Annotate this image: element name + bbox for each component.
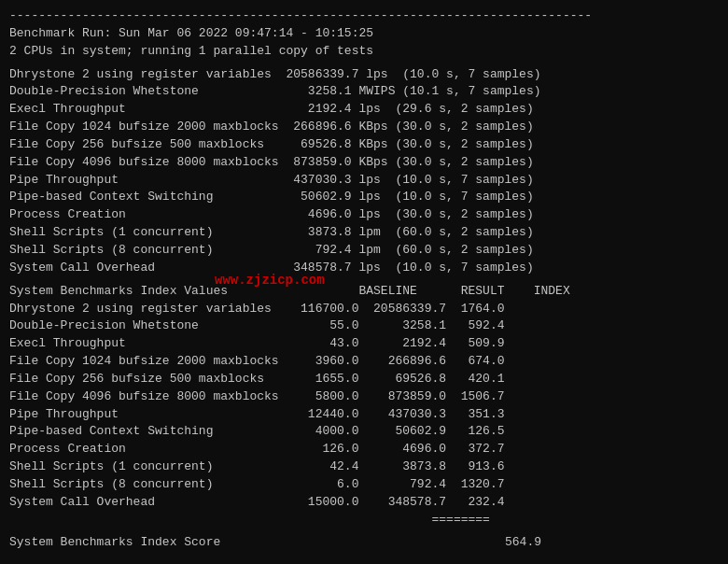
table-data-row: Process Creation 126.0 4696.0 372.7 — [9, 441, 719, 458]
benchmark-row: Process Creation 4696.0 lps (30.0 s, 2 s… — [9, 206, 719, 224]
terminal: ----------------------------------------… — [9, 7, 719, 552]
header-line1: Benchmark Run: Sun Mar 06 2022 09:47:14 … — [9, 25, 719, 43]
table-data-row: Double-Precision Whetstone 55.0 3258.1 5… — [9, 317, 719, 335]
table-data-row: File Copy 256 bufsize 500 maxblocks 1655… — [9, 371, 719, 388]
table-header-text: System Benchmarks Index Values BASELINE … — [9, 283, 719, 301]
benchmark-row: Pipe Throughput 437030.3 lps (10.0 s, 7 … — [9, 172, 719, 190]
equals-line: ======== — [9, 512, 719, 529]
benchmark-row: Shell Scripts (1 concurrent) 3873.8 lpm … — [9, 224, 719, 242]
benchmark-rows: Dhrystone 2 using register variables 205… — [9, 66, 719, 277]
table-data-row: Pipe Throughput 12440.0 437030.3 351.3 — [9, 406, 719, 424]
separator-top: ----------------------------------------… — [9, 7, 719, 25]
table-data-row: Shell Scripts (1 concurrent) 42.4 3873.8… — [9, 458, 719, 476]
benchmark-row: Dhrystone 2 using register variables 205… — [9, 66, 719, 84]
score-label: System Benchmarks Index Score — [9, 534, 467, 552]
benchmark-row: System Call Overhead 348578.7 lps (10.0 … — [9, 260, 719, 277]
benchmark-row: Shell Scripts (8 concurrent) 792.4 lpm (… — [9, 242, 719, 260]
table-data-row: Dhrystone 2 using register variables 116… — [9, 301, 719, 318]
table-data-row: System Call Overhead 15000.0 348578.7 23… — [9, 494, 719, 512]
benchmark-row: File Copy 1024 bufsize 2000 maxblocks 26… — [9, 119, 719, 136]
table-data-row: Pipe-based Context Switching 4000.0 5060… — [9, 423, 719, 441]
table-data-row: Execl Throughput 43.0 2192.4 509.9 — [9, 335, 719, 353]
benchmark-row: Execl Throughput 2192.4 lps (29.6 s, 2 s… — [9, 101, 719, 119]
header-line2: 2 CPUs in system; running 1 parallel cop… — [9, 43, 719, 61]
score-value: 564.9 — [467, 534, 541, 552]
score-row: System Benchmarks Index Score 564.9 — [9, 534, 719, 552]
table-section: System Benchmarks Index Values BASELINE … — [9, 283, 719, 529]
watermark: www.zjzicp.com — [215, 271, 325, 289]
benchmark-row: File Copy 4096 bufsize 8000 maxblocks 87… — [9, 154, 719, 172]
table-data-row: File Copy 4096 bufsize 8000 maxblocks 58… — [9, 388, 719, 406]
benchmark-row: File Copy 256 bufsize 500 maxblocks 6952… — [9, 136, 719, 154]
benchmark-row: Double-Precision Whetstone 3258.1 MWIPS … — [9, 83, 719, 101]
table-data-row: File Copy 1024 bufsize 2000 maxblocks 39… — [9, 353, 719, 371]
table-data-row: Shell Scripts (8 concurrent) 6.0 792.4 1… — [9, 476, 719, 494]
benchmark-row: Pipe-based Context Switching 50602.9 lps… — [9, 189, 719, 206]
